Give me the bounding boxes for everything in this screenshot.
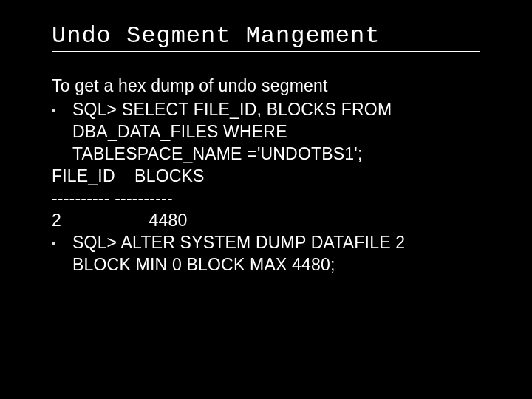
bullet-1-line-1: SQL> SELECT FILE_ID, BLOCKS FROM	[72, 99, 480, 121]
slide-title: Undo Segment Mangement	[52, 22, 480, 50]
slide-body: To get a hex dump of undo segment ▪ SQL>…	[52, 75, 480, 276]
bullet-marker-icon: ▪	[52, 232, 72, 254]
bullet-item-1: ▪ SQL> SELECT FILE_ID, BLOCKS FROM	[52, 99, 480, 121]
slide: Undo Segment Mangement To get a hex dump…	[0, 0, 532, 399]
intro-text: To get a hex dump of undo segment	[52, 75, 480, 98]
bullet-1-line-3: TABLESPACE_NAME ='UNDOTBS1';	[52, 143, 480, 166]
bullet-2-line-2: BLOCK MIN 0 BLOCK MAX 4480;	[52, 254, 480, 276]
output-header: FILE_ID BLOCKS	[52, 166, 480, 188]
bullet-1-line-2: DBA_DATA_FILES WHERE	[52, 121, 480, 143]
bullet-2-line-1: SQL> ALTER SYSTEM DUMP DATAFILE 2	[72, 232, 480, 254]
title-underline	[52, 51, 480, 52]
bullet-marker-icon: ▪	[52, 99, 72, 121]
output-separator: ---------- ----------	[52, 188, 480, 210]
output-row: 2 4480	[52, 210, 480, 232]
bullet-item-2: ▪ SQL> ALTER SYSTEM DUMP DATAFILE 2	[52, 232, 480, 254]
